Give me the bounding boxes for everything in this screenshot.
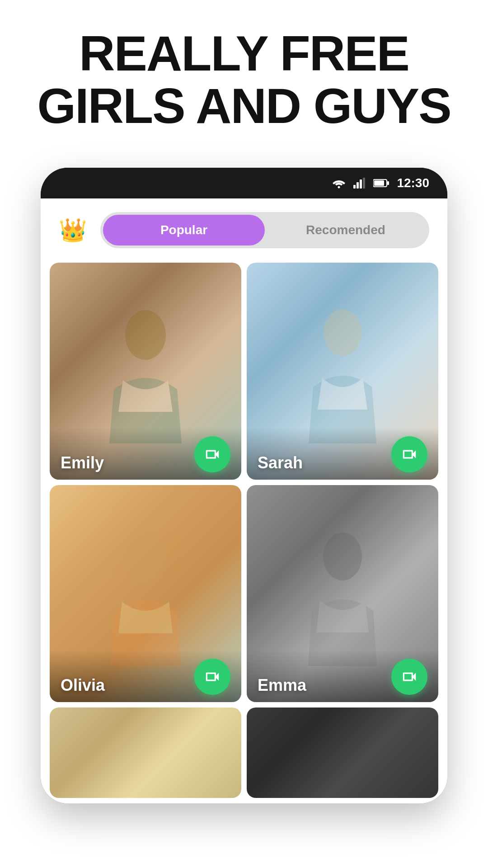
svg-rect-6	[374, 180, 384, 186]
video-camera-icon-sarah	[401, 446, 418, 463]
sarah-video-btn[interactable]	[391, 436, 427, 472]
olivia-overlay: Olivia	[50, 650, 241, 702]
profile-card-emily[interactable]: Emily	[50, 263, 241, 480]
battery-icon	[373, 179, 389, 188]
profile-card-sarah[interactable]: Sarah	[247, 263, 438, 480]
emily-overlay: Emily	[50, 427, 241, 480]
svg-point-11	[323, 533, 362, 580]
emma-overlay: Emma	[247, 650, 438, 702]
emily-photo-placeholder	[105, 299, 186, 443]
status-time: 12:30	[397, 176, 429, 190]
svg-point-8	[125, 310, 166, 360]
emma-photo-placeholder	[302, 521, 383, 666]
crown-icon: 👑	[59, 217, 87, 243]
phone-screen: 👑 Popular Recomended Emily	[41, 198, 447, 803]
headline-line1: REALLY FREE	[79, 25, 409, 81]
headline-line2: GIRLS AND GUYS	[37, 78, 450, 133]
sarah-name: Sarah	[258, 453, 303, 472]
video-camera-icon	[204, 446, 221, 463]
profile-card-5[interactable]	[50, 708, 241, 798]
svg-point-9	[324, 309, 361, 356]
sarah-overlay: Sarah	[247, 427, 438, 480]
svg-rect-7	[387, 181, 389, 185]
video-camera-icon-olivia	[204, 668, 221, 685]
svg-rect-3	[360, 179, 362, 189]
emily-video-btn[interactable]	[194, 436, 230, 472]
status-bar: 12:30	[41, 168, 447, 198]
emma-name: Emma	[258, 676, 306, 695]
svg-point-0	[338, 186, 340, 189]
signal-icon	[353, 178, 366, 189]
olivia-photo-placeholder	[105, 521, 186, 666]
olivia-video-btn[interactable]	[194, 659, 230, 695]
svg-rect-2	[357, 182, 359, 189]
video-camera-icon-emma	[401, 668, 418, 685]
tab-popular[interactable]: Popular	[103, 215, 265, 245]
olivia-name: Olivia	[61, 676, 105, 695]
wifi-icon	[332, 178, 346, 189]
svg-rect-1	[353, 185, 356, 189]
svg-rect-4	[363, 178, 365, 189]
emily-name: Emily	[61, 453, 104, 472]
profile-card-olivia[interactable]: Olivia	[50, 485, 241, 702]
tab-container: Popular Recomended	[100, 212, 429, 248]
profile-card-6[interactable]	[247, 708, 438, 798]
app-header: 👑 Popular Recomended	[41, 198, 447, 257]
svg-point-10	[126, 533, 165, 582]
profile-grid: Emily Sa	[41, 257, 447, 803]
profile-card-emma[interactable]: Emma	[247, 485, 438, 702]
main-headline: REALLY FREE GIRLS AND GUYS	[10, 27, 478, 132]
emma-video-btn[interactable]	[391, 659, 427, 695]
sarah-photo-placeholder	[302, 299, 383, 443]
tab-recommended[interactable]: Recomended	[265, 215, 427, 245]
phone-mockup: 12:30 👑 Popular Recomended	[41, 168, 447, 803]
